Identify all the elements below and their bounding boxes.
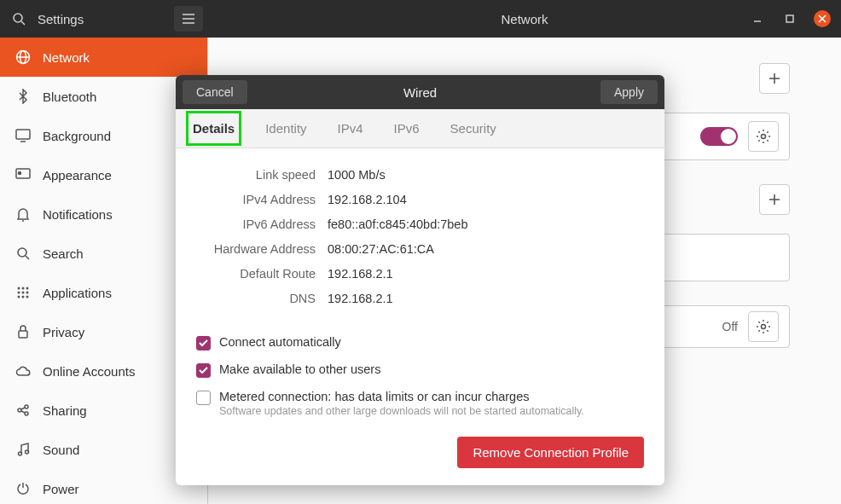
checkbox-label: Connect automatically [219,335,341,349]
connection-toggle[interactable] [700,127,738,146]
detail-key: Default Route [196,267,316,281]
hamburger-button[interactable] [174,6,203,32]
remove-connection-button[interactable]: Remove Connection Profile [457,437,644,468]
connection-settings-button[interactable] [748,121,779,152]
maximize-button[interactable] [781,10,798,27]
svg-point-30 [25,405,28,408]
detail-key: IPv6 Address [196,217,316,231]
svg-point-27 [26,296,29,298]
svg-point-35 [25,450,28,454]
minimize-icon [752,14,763,24]
titlebar-left: Settings [0,0,208,38]
detail-row-ipv6: IPv6 Address fe80::a0f:c845:40bd:7beb [196,211,644,236]
checkbox-group: Connect automatically Make available to … [196,329,644,423]
page-title: Network [208,12,841,26]
svg-point-26 [22,296,25,298]
bluetooth-icon [15,89,31,104]
dialog-title: Wired [176,85,664,100]
sidebar-item-label: Search [43,246,84,261]
checkbox-sublabel: Software updates and other large downloa… [219,405,584,417]
search-icon [12,12,26,26]
settings-title: Settings [38,12,174,26]
sidebar-item-label: Sharing [43,403,87,418]
sidebar-item-label: Privacy [43,325,84,339]
search-button[interactable] [0,0,38,38]
search-icon [15,246,31,261]
svg-point-17 [18,248,26,257]
sidebar-item-label: Applications [43,286,112,300]
sidebar-item-network[interactable]: Network [0,38,207,77]
dialog-header: Cancel Wired Apply [176,75,664,109]
svg-point-19 [18,287,20,290]
cancel-button[interactable]: Cancel [183,80,247,104]
dialog-body: Link speed 1000 Mb/s IPv4 Address 192.16… [176,148,664,485]
window-controls [749,0,831,38]
minimize-button[interactable] [749,10,766,27]
close-icon [818,14,826,23]
svg-point-15 [19,172,21,175]
svg-point-34 [18,452,21,455]
checkbox-row-auto[interactable]: Connect automatically [196,329,644,356]
gear-icon [756,129,771,144]
svg-line-18 [26,256,29,259]
lock-icon [15,324,31,339]
monitor-icon [15,128,31,143]
appearance-icon [15,167,31,182]
svg-point-24 [26,292,29,294]
svg-line-1 [21,21,25,25]
svg-point-20 [22,287,25,290]
checkbox-row-metered[interactable]: Metered connection: has data limits or c… [196,384,644,423]
checkbox-label: Make available to other users [219,362,380,376]
sidebar-item-label: Notifications [43,207,113,222]
checkbox-label: Metered connection: has data limits or c… [219,390,584,403]
detail-key: Link speed [196,168,316,182]
detail-row-dns: DNS 192.168.2.1 [196,286,644,310]
detail-value: 08:00:27:AC:61:CA [328,242,434,256]
detail-row-ipv4: IPv4 Address 192.168.2.104 [196,187,644,211]
detail-key: IPv4 Address [196,193,316,206]
tab-ipv6[interactable]: IPv6 [391,114,423,142]
tab-security[interactable]: Security [447,114,500,142]
connection-dialog: Cancel Wired Apply Details Identity IPv4… [176,75,664,485]
dialog-footer: Remove Connection Profile [196,437,644,468]
detail-row-hardware: Hardware Address 08:00:27:AC:61:CA [196,236,644,261]
share-icon [15,403,31,418]
tab-identity[interactable]: Identity [262,114,310,142]
svg-line-32 [21,408,25,409]
dialog-tabs: Details Identity IPv4 IPv6 Security [176,109,664,148]
detail-value: 1000 Mb/s [328,168,386,182]
tab-ipv4[interactable]: IPv4 [334,114,367,142]
apps-icon [15,285,31,300]
checkbox-row-share[interactable]: Make available to other users [196,356,644,384]
proxy-settings-button[interactable] [748,311,779,342]
gear-icon [756,319,771,334]
apply-button[interactable]: Apply [600,80,658,104]
titlebar-right: Network [208,0,841,38]
svg-point-42 [762,325,766,329]
tab-details[interactable]: Details [189,114,238,142]
cloud-icon [15,363,31,379]
checkbox-share[interactable] [196,363,211,378]
detail-value: 192.168.2.1 [328,292,393,305]
add-wired-button[interactable] [759,63,790,94]
svg-point-25 [18,296,20,298]
checkbox-metered[interactable] [196,391,211,405]
detail-value: 192.168.2.1 [328,267,393,281]
music-icon [15,442,31,457]
globe-icon [15,49,31,65]
sidebar-item-label: Sound [43,443,79,457]
maximize-icon [785,14,795,24]
close-button[interactable] [814,10,831,27]
add-vpn-button[interactable] [759,184,790,215]
sidebar-item-label: Background [43,129,111,143]
detail-row-link-speed: Link speed 1000 Mb/s [196,162,644,187]
detail-row-default-route: Default Route 192.168.2.1 [196,261,644,286]
bell-icon [15,206,31,222]
svg-point-31 [25,412,28,415]
svg-point-23 [22,292,25,294]
svg-point-0 [14,14,22,22]
svg-point-29 [18,408,21,412]
sidebar-item-label: Appearance [43,168,112,182]
svg-rect-28 [19,331,27,338]
checkbox-connect-auto[interactable] [196,336,211,350]
